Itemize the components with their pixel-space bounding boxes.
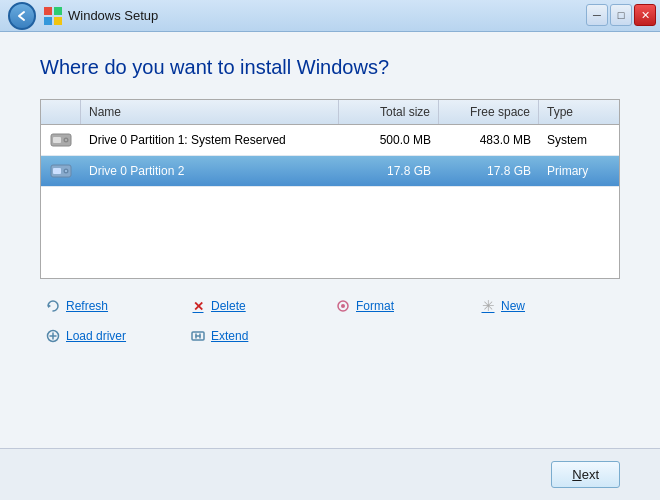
delete-icon: ✕	[189, 297, 207, 315]
svg-rect-1	[54, 7, 62, 15]
row1-name: Drive 0 Partition 1: System Reserved	[81, 128, 339, 152]
minimize-button[interactable]: ─	[586, 4, 608, 26]
row2-icon-cell	[41, 156, 81, 186]
disk-icon	[49, 161, 73, 181]
back-button[interactable]	[8, 2, 36, 30]
next-label: Next	[572, 467, 599, 482]
col-free-space: Free space	[439, 100, 539, 124]
row1-free-space: 483.0 MB	[439, 128, 539, 152]
disk-icon	[49, 130, 73, 150]
refresh-label: Refresh	[66, 299, 108, 313]
new-icon: ✳	[479, 297, 497, 315]
table-row[interactable]: Drive 0 Partition 2 17.8 GB 17.8 GB Prim…	[41, 156, 619, 187]
format-button[interactable]: Format	[330, 295, 475, 317]
main-content: Where do you want to install Windows? Na…	[0, 32, 660, 448]
next-button[interactable]: Next	[551, 461, 620, 488]
setup-icon	[44, 7, 62, 25]
new-label: New	[501, 299, 525, 313]
title-bar-controls: ─ □ ✕	[586, 4, 656, 26]
close-button[interactable]: ✕	[634, 4, 656, 26]
load-driver-label: Load driver	[66, 329, 126, 343]
svg-rect-9	[53, 168, 61, 174]
footer: Next	[0, 448, 660, 500]
refresh-icon	[44, 297, 62, 315]
row2-total-size: 17.8 GB	[339, 159, 439, 183]
svg-rect-5	[53, 137, 61, 143]
col-total-size: Total size	[339, 100, 439, 124]
delete-label: Delete	[211, 299, 246, 313]
table-row[interactable]: Drive 0 Partition 1: System Reserved 500…	[41, 125, 619, 156]
svg-marker-12	[48, 304, 51, 308]
row1-type: System	[539, 128, 619, 152]
svg-point-14	[341, 304, 345, 308]
svg-rect-3	[54, 17, 62, 25]
table-header: Name Total size Free space Type	[41, 100, 619, 125]
title-bar-text: Windows Setup	[68, 8, 158, 23]
new-button[interactable]: ✳ New	[475, 295, 620, 317]
svg-rect-2	[44, 17, 52, 25]
page-title: Where do you want to install Windows?	[40, 56, 620, 79]
svg-rect-0	[44, 7, 52, 15]
extend-icon	[189, 327, 207, 345]
extend-button[interactable]: Extend	[185, 325, 330, 347]
partition-table: Name Total size Free space Type	[40, 99, 620, 279]
row1-total-size: 500.0 MB	[339, 128, 439, 152]
delete-button[interactable]: ✕ Delete	[185, 295, 330, 317]
load-driver-button[interactable]: Load driver	[40, 325, 185, 347]
svg-point-7	[65, 139, 67, 141]
format-icon	[334, 297, 352, 315]
refresh-button[interactable]: Refresh	[40, 295, 185, 317]
action-buttons: Refresh ✕ Delete Format ✳ New	[40, 295, 620, 347]
title-bar: Windows Setup ─ □ ✕	[0, 0, 660, 32]
col-icon	[41, 100, 81, 124]
col-type: Type	[539, 100, 619, 124]
load-driver-icon	[44, 327, 62, 345]
row2-name: Drive 0 Partition 2	[81, 159, 339, 183]
col-name: Name	[81, 100, 339, 124]
format-label: Format	[356, 299, 394, 313]
row2-type: Primary	[539, 159, 619, 183]
extend-label: Extend	[211, 329, 248, 343]
svg-point-11	[65, 170, 67, 172]
windows-setup-window: Windows Setup ─ □ ✕ Where do you want to…	[0, 0, 660, 500]
row2-free-space: 17.8 GB	[439, 159, 539, 183]
row1-icon-cell	[41, 125, 81, 155]
maximize-button[interactable]: □	[610, 4, 632, 26]
